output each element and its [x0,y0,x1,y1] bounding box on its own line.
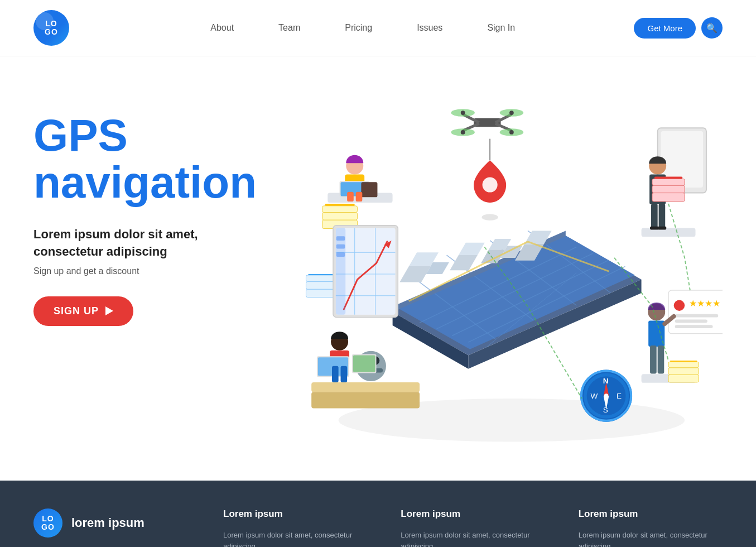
svg-rect-83 [322,212,358,220]
svg-rect-53 [659,204,666,229]
svg-rect-91 [668,368,699,375]
svg-rect-118 [336,228,345,315]
svg-rect-67 [353,355,375,372]
svg-rect-121 [336,252,345,257]
compass: N S W E [580,370,632,422]
header-actions: Get More 🔍 [634,17,723,39]
footer-col-2-item-1: Lorem ipsum dolor sit amet, consectetur … [401,530,545,547]
footer-logo-mark: LOGO [33,508,62,538]
svg-rect-45 [356,192,363,201]
footer: LOGO lorem ipsum Lorem ipsum dolor sit a… [0,481,756,547]
svg-rect-76 [675,325,713,328]
svg-rect-78 [648,320,664,347]
footer-col-3-title: Lorem ipsum [579,508,723,520]
svg-rect-46 [642,228,696,237]
svg-rect-14 [459,243,485,255]
nav-signin[interactable]: Sign In [465,18,537,37]
svg-point-37 [509,130,514,135]
footer-col-2-title: Lorem ipsum [401,508,545,520]
svg-rect-84 [322,206,358,213]
svg-rect-92 [668,362,699,368]
stack-boxes-right [668,361,699,382]
footer-col-3: Lorem ipsum Lorem ipsum dolor sit amet, … [579,508,723,547]
footer-brand: LOGO lorem ipsum Lorem ipsum dolor sit a… [33,508,190,547]
svg-text:S: S [603,406,608,414]
hero-section: GPSnavigation Lorem ipsum dolor sit amet… [0,56,756,481]
svg-rect-75 [675,319,707,323]
nav-about[interactable]: About [188,18,256,37]
svg-rect-94 [652,193,685,202]
logo[interactable]: LOGO [33,10,69,46]
person-1 [328,155,392,203]
svg-rect-90 [668,375,699,382]
location-pin [474,139,506,220]
stack-boxes-red [652,176,685,201]
svg-rect-119 [336,236,345,241]
svg-rect-97 [654,176,682,179]
search-button[interactable]: 🔍 [701,17,723,39]
footer-col-2: Lorem ipsum Lorem ipsum dolor sit amet, … [401,508,545,547]
svg-rect-96 [652,179,685,185]
svg-text:N: N [603,377,609,385]
svg-rect-69 [341,366,348,382]
nav-team[interactable]: Team [256,18,322,37]
drone [451,109,523,136]
svg-rect-56 [311,382,420,392]
svg-rect-120 [336,244,345,249]
svg-rect-89 [308,274,336,275]
svg-rect-54 [650,227,659,230]
footer-col-1-title: Lorem ipsum [223,508,367,520]
svg-rect-52 [651,204,658,229]
header: LOGO About Team Pricing Issues Sign In G… [0,0,756,56]
footer-logo: LOGO lorem ipsum [33,508,190,538]
svg-rect-81 [658,346,664,373]
footer-col-3-item-1: Lorem ipsum dolor sit amet, consectetur … [579,530,723,547]
svg-rect-85 [325,204,354,206]
nav: About Team Pricing Issues Sign In [92,18,634,37]
footer-col-1-item-1: Lorem ipsum dolor sit amet, consectetur … [223,530,367,547]
arrow-icon [105,306,113,315]
screen-left [333,225,398,318]
svg-rect-55 [658,227,667,230]
svg-rect-74 [675,314,719,318]
svg-text:★★★★: ★★★★ [689,299,720,308]
logo-text: LOGO [45,20,58,37]
svg-point-34 [461,111,465,115]
hero-title: GPSnavigation [33,112,268,206]
svg-point-72 [674,300,685,311]
svg-rect-93 [670,361,697,362]
footer-brand-name: lorem ipsum [71,516,145,530]
hero-illustration: ★★★★ [279,90,723,458]
illustration-svg: ★★★★ [279,90,723,458]
nav-issues[interactable]: Issues [394,18,465,37]
search-icon: 🔍 [706,23,718,33]
svg-rect-95 [652,185,685,193]
hero-left: GPSnavigation Lorem ipsum dolor sit amet… [33,90,268,326]
svg-point-107 [604,394,609,398]
hero-subtitle: Lorem ipsum dolor sit amet,consectetur a… [33,226,268,261]
nav-pricing[interactable]: Pricing [322,18,394,37]
svg-point-36 [461,130,465,135]
svg-rect-80 [650,346,657,373]
hero-desc: Sign up and get a discount [33,266,268,276]
svg-rect-44 [347,192,354,201]
svg-rect-43 [361,182,377,197]
svg-rect-68 [332,366,339,382]
svg-rect-57 [311,392,420,408]
stack-boxes-left [322,204,358,229]
svg-point-24 [483,177,498,192]
svg-point-35 [509,111,514,115]
person-3 [311,332,420,408]
svg-text:E: E [617,392,622,400]
svg-text:W: W [590,392,598,400]
get-more-button[interactable]: Get More [634,18,696,39]
footer-logo-text: LOGO [41,515,55,532]
signup-label: SIGN UP [54,305,99,317]
svg-point-22 [482,214,498,220]
footer-col-1: Lorem ipsum Lorem ipsum dolor sit amet, … [223,508,367,547]
signup-button[interactable]: SIGN UP [33,296,133,326]
